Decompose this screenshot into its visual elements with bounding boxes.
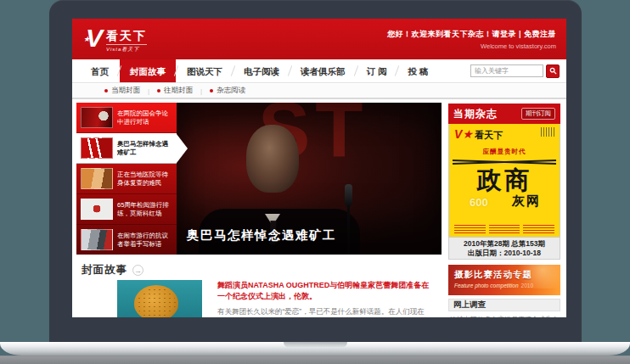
current-issue-title: 当期杂志 [453, 107, 498, 121]
survey-question[interactable]: 连续出现的名人离婚是否还会成为人们关注的话题？ [448, 315, 560, 317]
story-title: 正在当地医院等待身体复查的难民 [117, 171, 172, 188]
story-title: 在两院的国会争论中进行对话 [117, 109, 172, 126]
subnav-label: 当期封面 [111, 86, 140, 96]
cover-story-headline[interactable]: 舞蹈演员NATASHA OUGHTRED与伯明翰皇家芭蕾舞团准备在一个纪念仪式上… [217, 280, 431, 302]
story-thumbnail [81, 107, 113, 128]
logo-tagline: Vista看天下 [106, 44, 147, 53]
more-arrow-icon[interactable]: → [132, 265, 143, 276]
banner-title: 摄影比赛活动专题 [454, 269, 554, 281]
hero-caption[interactable]: 奥巴马怎样悼念遇难矿工 [187, 227, 336, 244]
banner-year: 2010 [521, 283, 533, 288]
logo-text: 看天下 Vista看天下 [106, 25, 147, 53]
nav-item-contribute[interactable]: 投 稿 [397, 59, 438, 83]
welcome-text[interactable]: 您好！欢迎来到看天下杂志！请登录 | 免费注册 [387, 29, 556, 40]
nav-item-e-reading[interactable]: 电子阅读 [233, 59, 290, 83]
search-button[interactable] [546, 64, 560, 78]
welcome-area: 您好！欢迎来到看天下杂志！请登录 | 免费注册 Welcome to vista… [387, 29, 556, 50]
microphone-stand [347, 205, 350, 255]
crochet-hat-shape [134, 285, 178, 317]
subnav-item-magazine-reading[interactable]: 杂志阅读 [210, 86, 245, 96]
magazine-subtitle: 应酬显贵时代 [449, 148, 560, 156]
subnav-label: 杂志阅读 [217, 86, 245, 96]
search-area [470, 64, 560, 78]
magazine-masthead: V★ 看天下 [449, 124, 560, 142]
magazine-headline: 政商 [449, 168, 560, 193]
hero-story-item-active[interactable]: 奥巴马怎样悼念遇难矿工 [76, 133, 177, 164]
cover-story-header: 封面故事 → [76, 263, 442, 277]
magazine-cover[interactable]: V★ 看天下 应酬显贵时代 政商 600 灰网 [448, 124, 560, 238]
sidebar: 当期杂志 期刊订阅 V★ 看天下 应酬显贵时代 政商 60 [448, 104, 560, 317]
subnav-separator: | [200, 87, 202, 95]
nav-item-home[interactable]: 首页 [81, 59, 119, 83]
story-thumbnail [81, 168, 113, 189]
site-header: V ★ 看天下 Vista看天下 您好！欢迎来到看天下杂志！请登录 | 免费注册… [72, 19, 566, 59]
magazine-logo-v: V★ [454, 127, 473, 141]
survey-header: 网上调查 [448, 299, 560, 311]
magazine-number: 600 [470, 196, 488, 209]
cover-story-paragraph: 有关舞团长久以来的“爱恋”，早已不是什么新鲜话题。在人们现在的常识里，把《三国演… [217, 306, 431, 317]
nav-item-readers-club[interactable]: 读者俱乐部 [290, 59, 356, 83]
microphone-icon [345, 184, 352, 206]
site-logo[interactable]: V ★ 看天下 Vista看天下 [86, 25, 147, 53]
laptop-front-edge [0, 356, 630, 364]
cover-story-image[interactable] [117, 280, 202, 317]
cover-footnote-bars [454, 225, 554, 233]
nav-item-cover-story[interactable]: 封面故事 [120, 59, 176, 83]
bullet-icon [104, 89, 108, 92]
nav-item-photo-world[interactable]: 图说天下 [177, 59, 233, 83]
hero-story-list: 在两院的国会争论中进行对话 奥巴马怎样悼念遇难矿工 正在当地医院等待身体复查的难… [76, 103, 177, 255]
hero-slider: 在两院的国会争论中进行对话 奥巴马怎样悼念遇难矿工 正在当地医院等待身体复查的难… [76, 103, 442, 255]
laptop-screen: V ★ 看天下 Vista看天下 您好！欢迎来到看天下杂志！请登录 | 免费注册… [72, 19, 566, 317]
issue-number: 2010年第28期 总第153期 [449, 239, 560, 249]
survey-title: 网上调查 [453, 300, 486, 311]
subscribe-button[interactable]: 期刊订阅 [521, 108, 555, 120]
barbed-wire-graphic [453, 159, 556, 165]
nav-item-subscribe[interactable]: 订 阅 [357, 59, 397, 83]
story-thumbnail [81, 137, 113, 159]
hero-photo[interactable]: ST 奥巴马怎样悼念遇难矿工 [177, 103, 442, 255]
story-title: 奥巴马怎样悼念遇难矿工 [117, 140, 172, 157]
banner-subtitle-text: Feature photo competition [454, 283, 519, 288]
magazine-headline-sub: 灰网 [512, 193, 541, 210]
hero-story-item[interactable]: 65周年检阅游行排练，莫斯科红场 [76, 194, 177, 225]
hero-story-item[interactable]: 在闹市游行的抗议者举着手写标语 [76, 225, 177, 255]
welcome-url: Welcome to vistastory.com [387, 42, 556, 50]
banner-subtitle: Feature photo competition2010 [454, 283, 554, 288]
story-thumbnail [81, 229, 113, 250]
subnav-item-current-cover[interactable]: 当期封面 [104, 86, 140, 96]
cover-story-section: 封面故事 → 舞蹈演员NATASHA OUGHTRED与伯明翰皇家芭蕾舞团准备在… [76, 263, 442, 317]
photo-competition-banner[interactable]: 摄影比赛活动专题 Feature photo competition2010 [448, 265, 560, 295]
bullet-icon [210, 89, 213, 92]
hero-story-item[interactable]: 正在当地医院等待身体复查的难民 [76, 164, 177, 194]
desktop-background: V ★ 看天下 Vista看天下 您好！欢迎来到看天下杂志！请登录 | 免费注册… [0, 0, 630, 364]
magazine-headline-row: 600 灰网 [449, 193, 560, 210]
obama-silhouette-head [246, 125, 299, 193]
barcode-icon [541, 127, 554, 137]
logo-name: 看天下 [106, 30, 147, 42]
story-title: 在闹市游行的抗议者举着手写标语 [117, 232, 172, 249]
sub-nav: 当期封面 | 往期封面 | 杂志阅读 [72, 84, 566, 99]
logo-v-mark: V ★ [86, 25, 103, 53]
subnav-label: 往期封面 [164, 86, 193, 96]
cover-story-body: 舞蹈演员NATASHA OUGHTRED与伯明翰皇家芭蕾舞团准备在一个纪念仪式上… [76, 280, 442, 317]
publish-date: 出版日期：2010-10-18 [449, 249, 560, 258]
subnav-separator: | [148, 87, 149, 95]
magazine-logo-name: 看天下 [475, 129, 503, 142]
bullet-icon [157, 89, 160, 92]
story-title: 65周年检阅游行排练，莫斯科红场 [117, 201, 172, 218]
current-issue-header: 当期杂志 期刊订阅 [448, 104, 560, 124]
issue-info: 2010年第28期 总第153期 出版日期：2010-10-18 [448, 238, 560, 260]
laptop-bezel: V ★ 看天下 Vista看天下 您好！欢迎来到看天下杂志！请登录 | 免费注册… [49, 0, 582, 342]
section-title: 封面故事 [82, 263, 127, 277]
search-input[interactable] [470, 64, 543, 77]
laptop-base-notch [284, 342, 347, 348]
logo-star-icon: ★ [83, 25, 90, 53]
cover-story-text: 舞蹈演员NATASHA OUGHTRED与伯明翰皇家芭蕾舞团准备在一个纪念仪式上… [217, 280, 431, 317]
story-thumbnail [81, 199, 113, 220]
magazine-logo: V★ 看天下 [454, 127, 503, 142]
main-nav: 首页 封面故事 图说天下 电子阅读 读者俱乐部 订 阅 投 稿 [72, 59, 566, 83]
hero-story-item[interactable]: 在两院的国会争论中进行对话 [76, 103, 177, 133]
search-icon [549, 64, 557, 77]
subnav-item-past-covers[interactable]: 往期封面 [157, 86, 193, 96]
